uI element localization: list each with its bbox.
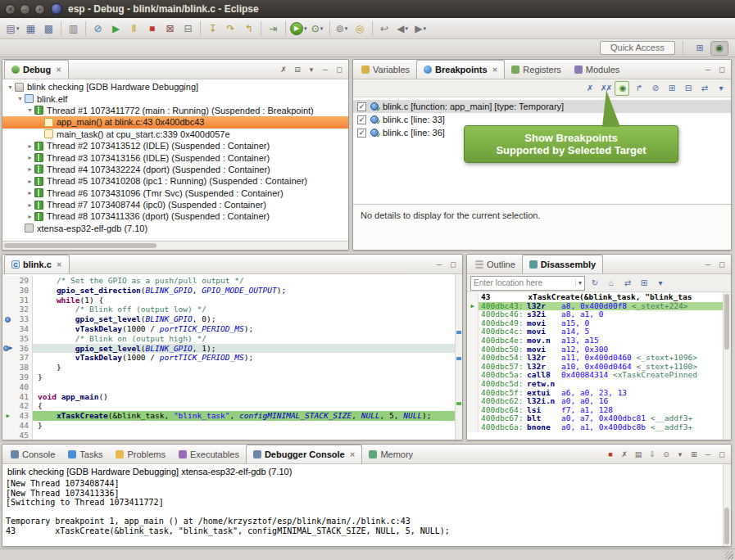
line-marker-gutter[interactable] [2, 324, 13, 334]
code-line[interactable]: 41void app_main() [2, 392, 462, 402]
line-marker-gutter[interactable] [2, 431, 13, 440]
kill-all-button[interactable]: ⊠ [161, 20, 179, 37]
code-line[interactable]: 39} [2, 373, 462, 382]
debug-perspective-button[interactable]: ◉ [710, 41, 728, 56]
open-console-button[interactable]: ⊞ [687, 448, 701, 461]
tree-expander-closed-icon[interactable]: ▸ [25, 189, 34, 196]
breakpoint-item[interactable]: ✓✓blink.c [line: 33] [353, 113, 731, 126]
minimize-button[interactable]: – [20, 4, 30, 15]
view-menu-button[interactable]: ▾ [305, 63, 318, 76]
disassembly-scrollbar[interactable] [723, 292, 731, 440]
breakpoint-checkbox[interactable]: ✓ [357, 102, 366, 111]
save-button[interactable]: ▦ [22, 20, 39, 37]
save-all-button[interactable]: ▩ [40, 20, 57, 37]
minimize-button[interactable]: ─ [433, 258, 446, 271]
debug-tree-item[interactable]: ▸Thread #2 1073413512 (IDLE) (Suspended … [2, 140, 348, 151]
external-tools-button[interactable]: ⊚▾ [333, 20, 351, 37]
maximize-button[interactable]: + [34, 4, 45, 15]
minimize-button[interactable]: ─ [701, 63, 715, 76]
back-dropdown-arrow[interactable]: ▾ [405, 25, 408, 32]
code-line[interactable]: 29 /* Set the GPIO as a push/pull output… [2, 276, 462, 286]
new-wizard-button[interactable]: ▤▾ [4, 20, 21, 37]
open-perspective-button[interactable]: ⊞ [691, 41, 709, 56]
annotation-ruler[interactable] [455, 274, 462, 440]
code-line[interactable]: 40 [2, 382, 462, 392]
window-resize-grip[interactable] [725, 551, 733, 559]
code-line[interactable]: 45 [2, 431, 462, 440]
print-button[interactable]: ▥ [65, 20, 82, 37]
line-marker-gutter[interactable] [2, 401, 13, 411]
pin-console-button[interactable]: ⊙ [660, 448, 673, 461]
debug-tree-item[interactable]: ▸Thread #7 1073408744 (ipc0) (Suspended … [2, 199, 348, 210]
tree-expander-open-icon[interactable]: ▾ [16, 95, 25, 102]
debug-tree-item[interactable]: ▸Thread #4 1073432224 (dport) (Suspended… [2, 164, 348, 175]
breakpoint-item[interactable]: ✓✓blink.c [function: app_main] [type: Te… [353, 100, 731, 113]
code-line[interactable]: 34 vTaskDelay(1000 / portTICK_PERIOD_MS)… [2, 324, 462, 334]
code-line[interactable]: ▶36 gpio_set_level(BLINK_GPIO, 1); [2, 344, 462, 354]
resume-button[interactable]: ▶ [107, 20, 125, 37]
new-wizard-dropdown-arrow[interactable]: ▾ [16, 25, 20, 32]
code-line[interactable]: ▶43 xTaskCreate(&blink_task, "blink_task… [2, 411, 462, 421]
instruction-stepping-button[interactable]: ⇥ [265, 20, 282, 37]
display-selected-console-button[interactable]: ▾ [674, 448, 687, 461]
debug-tree-item[interactable]: ▸Thread #6 1073431096 (Tmr Svc) (Suspend… [2, 187, 348, 199]
terminate-button[interactable]: ■ [143, 20, 161, 37]
step-return-button[interactable]: ↰ [240, 20, 257, 37]
code-line[interactable]: 37 vTaskDelay(1000 / portTICK_PERIOD_MS)… [2, 353, 462, 363]
step-over-button[interactable]: ↷ [222, 20, 239, 37]
line-marker-gutter[interactable] [2, 296, 13, 305]
line-marker-gutter[interactable]: ▶ [2, 411, 13, 421]
disassembly-scrollbar-thumb[interactable] [724, 294, 729, 350]
console-scrollbar-thumb[interactable] [724, 508, 729, 544]
tab-problems[interactable]: Problems [109, 445, 171, 463]
line-marker-gutter[interactable] [2, 373, 13, 382]
expand-all-button[interactable]: ⊞ [664, 81, 678, 96]
collapse-all-button[interactable]: ⊟ [680, 81, 695, 96]
quick-access-button[interactable]: Quick Access [600, 41, 675, 55]
tab-modules[interactable]: Modules [568, 60, 627, 79]
tab-close-icon[interactable]: ✕ [57, 261, 62, 269]
tab-variables[interactable]: Variables [355, 60, 416, 79]
minimize-button[interactable]: ─ [701, 448, 715, 461]
tree-expander-closed-icon[interactable]: ▸ [25, 154, 34, 161]
remove-all-terminated-button[interactable]: ✗ [277, 63, 290, 76]
debug-tree-item[interactable]: xtensa-esp32-elf-gdb (7.10) [2, 223, 348, 234]
tab-breakpoints[interactable]: Breakpoints✕ [416, 60, 505, 79]
disassembly-view-menu-button[interactable]: ▾ [652, 276, 667, 291]
tab-executables[interactable]: Executables [172, 445, 246, 463]
tab-close-icon[interactable]: ✕ [350, 451, 356, 458]
debug-tree-item[interactable]: main_task() at cpu_start.c:339 0x400d057… [2, 129, 348, 140]
debug-scrollbar-thumb[interactable] [4, 243, 157, 248]
code-line[interactable]: 38 } [2, 363, 462, 373]
line-marker-gutter[interactable] [2, 314, 13, 324]
sync-with-active-context-button[interactable]: ⇄ [619, 276, 634, 291]
line-marker-gutter[interactable] [2, 363, 13, 373]
tree-expander-closed-icon[interactable]: ▸ [25, 213, 34, 220]
go-to-pc-button[interactable]: ⌂ [603, 276, 618, 291]
tree-expander-closed-icon[interactable]: ▸ [25, 165, 34, 173]
maximize-button[interactable]: ◻ [333, 63, 346, 76]
breakpoints-view-menu-button[interactable]: ▾ [713, 81, 728, 96]
scroll-lock-button[interactable]: ⇩ [646, 448, 659, 461]
clear-console-button[interactable]: ▤ [632, 448, 645, 461]
maximize-button[interactable]: ◻ [447, 258, 460, 271]
tab-outline[interactable]: Outline [469, 255, 522, 273]
minimize-button[interactable]: ─ [701, 258, 715, 271]
collapse-all-button[interactable]: ⊟ [291, 63, 304, 76]
maximize-button[interactable]: ◻ [715, 258, 728, 271]
line-marker-gutter[interactable]: ▶ [2, 344, 13, 354]
debug-tree-item[interactable]: ▸Thread #3 1073413156 (IDLE) (Suspended … [2, 151, 348, 163]
tab-disassembly[interactable]: Disassembly [522, 255, 603, 273]
line-marker-gutter[interactable] [2, 421, 13, 431]
breakpoint-checkbox[interactable]: ✓ [357, 115, 366, 124]
forward-button[interactable]: ▶▾ [412, 20, 429, 37]
skip-all-breakpoints-button[interactable]: ⊘ [647, 81, 662, 96]
tree-expander-closed-icon[interactable]: ▸ [25, 142, 34, 150]
tree-expander-closed-icon[interactable]: ▸ [25, 178, 34, 185]
code-line[interactable]: 31 while(1) { [2, 296, 462, 305]
console-scrollbar[interactable] [723, 464, 731, 546]
debug-button[interactable]: ⊙▾ [309, 20, 326, 37]
line-marker-gutter[interactable] [2, 353, 13, 363]
maximize-button[interactable]: ◻ [715, 448, 728, 461]
minimize-button[interactable]: ─ [319, 63, 332, 76]
